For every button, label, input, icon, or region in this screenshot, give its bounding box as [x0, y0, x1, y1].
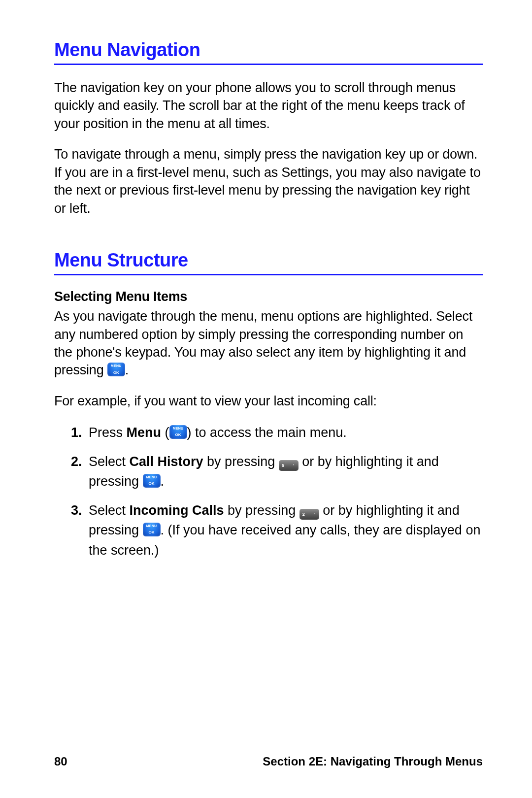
menu-ok-key-icon: [107, 363, 125, 376]
heading-menu-structure: Menu Structure: [54, 250, 483, 271]
text-fragment: by pressing: [203, 454, 279, 469]
bold-menu: Menu: [127, 425, 162, 440]
text-fragment: .: [125, 363, 129, 377]
step-number: 3.: [71, 500, 82, 521]
text-fragment: (: [161, 425, 169, 440]
page-number: 80: [54, 755, 67, 768]
paragraph-select-1: As you navigate through the menu, menu o…: [54, 307, 483, 379]
step-3: 3. Select Incoming Calls by pressing 2 o…: [71, 500, 483, 561]
step-1: 1. Press Menu () to access the main menu…: [71, 423, 483, 443]
paragraph-nav-2: To navigate through a menu, simply press…: [54, 145, 483, 217]
heading-rule: [54, 64, 483, 65]
keypad-2-icon: 2: [299, 509, 319, 520]
step-number: 2.: [71, 452, 82, 472]
menu-ok-key-icon: [143, 523, 161, 536]
page-footer: 80 Section 2E: Navigating Through Menus: [54, 755, 483, 768]
step-number: 1.: [71, 423, 82, 443]
text-fragment: Select: [89, 503, 130, 518]
text-fragment: Press: [89, 425, 127, 440]
step-2: 2. Select Call History by pressing 5 or …: [71, 452, 483, 492]
text-fragment: .: [161, 474, 165, 489]
menu-ok-key-icon: [143, 474, 161, 488]
paragraph-nav-1: The navigation key on your phone allows …: [54, 79, 483, 133]
subheading-selecting-items: Selecting Menu Items: [54, 289, 483, 304]
heading-rule: [54, 274, 483, 275]
text-fragment: by pressing: [224, 503, 299, 518]
text-fragment: Select: [89, 454, 130, 469]
heading-menu-navigation: Menu Navigation: [54, 39, 483, 61]
manual-page: Menu Navigation The navigation key on yo…: [0, 0, 532, 798]
menu-ok-key-icon: [169, 425, 187, 439]
section-label: Section 2E: Navigating Through Menus: [263, 755, 483, 768]
paragraph-select-2: For example, if you want to view your la…: [54, 392, 483, 410]
keypad-5-icon: 5: [279, 460, 299, 471]
bold-call-history: Call History: [130, 454, 203, 469]
text-fragment: ) to access the main menu.: [187, 425, 347, 440]
steps-list: 1. Press Menu () to access the main menu…: [54, 423, 483, 560]
bold-incoming-calls: Incoming Calls: [130, 503, 224, 518]
